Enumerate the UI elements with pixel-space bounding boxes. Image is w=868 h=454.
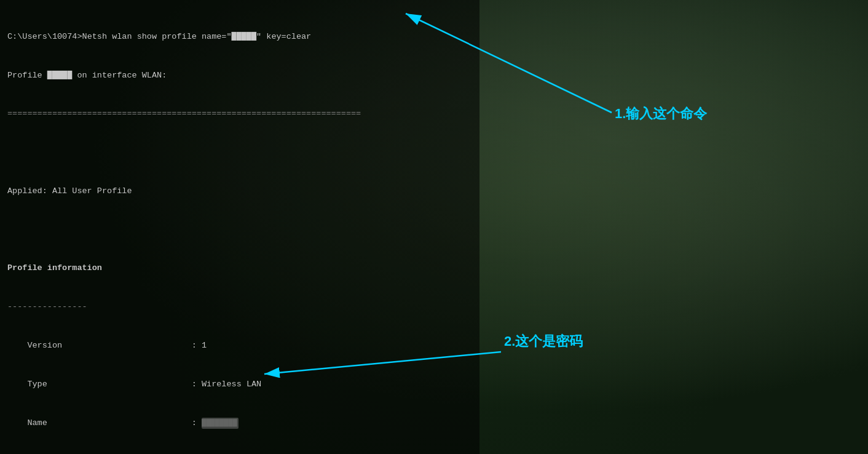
type-line: Type : Wireless LAN — [7, 378, 472, 391]
version-line: Version : 1 — [7, 340, 472, 352]
name-val: : ████████ — [192, 418, 239, 428]
type-val: : Wireless LAN — [192, 380, 261, 389]
type-key: Type — [7, 380, 47, 389]
command: Netsh wlan show profile name="█████" key… — [82, 32, 312, 41]
sep1: ---------------- — [7, 301, 472, 314]
name-redacted: ████████ — [202, 418, 239, 429]
version-val: : 1 — [192, 341, 207, 350]
profile-info-section: Profile information — [7, 262, 472, 275]
name-line: Name : ████████ — [7, 417, 472, 430]
prompt: C:\Users\10074> — [7, 32, 82, 41]
name-key: Name — [7, 418, 47, 428]
blank — [7, 224, 472, 237]
applied-line: Applied: All User Profile — [7, 185, 472, 198]
blank — [7, 146, 472, 159]
version-key: Version — [7, 341, 62, 350]
terminal-window: C:\Users\10074>Netsh wlan show profile n… — [0, 0, 479, 454]
terminal-content: C:\Users\10074>Netsh wlan show profile n… — [7, 5, 472, 454]
separator-long: ========================================… — [7, 108, 472, 121]
profile-header: Profile █████ on interface WLAN: — [7, 70, 472, 82]
prompt-line: C:\Users\10074>Netsh wlan show profile n… — [7, 31, 472, 44]
